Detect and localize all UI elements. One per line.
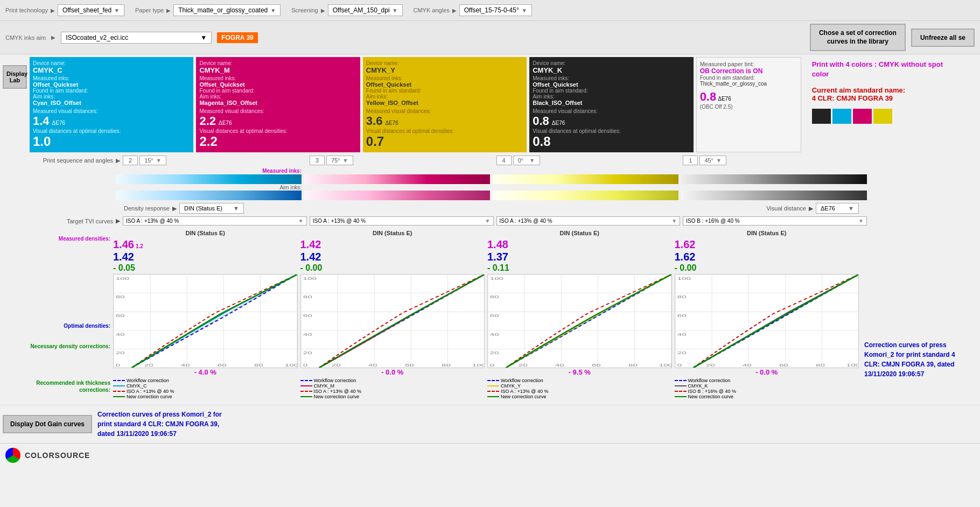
screening-arrow-icon: ▼	[393, 8, 398, 13]
black-chart-vals: 1.62 1.62 - 0.00	[675, 237, 859, 274]
right-info-panel: Print with 4 colors : CMYK without spotc…	[804, 57, 977, 152]
svg-text:20: 20	[303, 350, 312, 355]
colorsource-logo-icon	[5, 448, 20, 463]
cyan-strip-container: Measured inks: Aim inks:	[116, 168, 302, 200]
screening-item: Screening ▶ Offset_AM_150_dpi ▼	[291, 4, 402, 16]
seq-cyan-num[interactable]: 2	[123, 156, 138, 165]
paper-type-item: Paper type ▶ Thick_matte_or_glossy_coate…	[135, 4, 281, 16]
magenta-swatch	[853, 109, 872, 124]
black-swatch	[812, 109, 831, 124]
black-nec-corr: - 0.00	[675, 263, 859, 273]
cyan-ink-card: Device name: CMYK_C Measured inks: Offse…	[30, 57, 193, 152]
magenta-nec-corr: - 0.00	[300, 263, 485, 273]
paper-type-dropdown[interactable]: Thick_matte_or_glossy_coated ▼	[173, 4, 281, 16]
magenta-chart-title: DIN (Status E)	[300, 230, 485, 236]
svg-text:80: 80	[816, 363, 825, 368]
tvi-yellow[interactable]: ISO A : +13% @ 40 %▼	[496, 216, 681, 226]
svg-text:40: 40	[555, 363, 564, 368]
magenta-chart-svg: 100 80 60 40 20 0 20 40 60 80 100	[301, 274, 485, 368]
yellow-chart-svg: 100 80 60 40 20 0 20 40 60 80 100	[488, 274, 671, 368]
black-chart-svg: 100 80 60 40 20 0 20 40 60 80 100	[675, 274, 859, 368]
seq-yellow-angle[interactable]: 0°▼	[513, 156, 540, 165]
seq-black-angle[interactable]: 45°▼	[699, 156, 726, 165]
paper-title: Measured paper tint:	[700, 61, 797, 67]
svg-text:100: 100	[490, 276, 504, 281]
display-dot-gain-button[interactable]: Display Dot Gain curves	[3, 415, 92, 433]
seq-yellow-num[interactable]: 4	[496, 156, 512, 165]
svg-text:0: 0	[490, 363, 495, 368]
correction-curves-bottom-text: Correction curves of press Komori_2 for …	[97, 410, 222, 439]
display-lab-button[interactable]: DisplayLab	[3, 65, 27, 89]
svg-text:100: 100	[659, 363, 671, 368]
print-tech-arrow-icon: ▼	[114, 8, 120, 13]
left-sidebar: DisplayLab	[3, 57, 30, 402]
ink-strips: Measured inks: Aim inks: . . .	[116, 168, 977, 200]
cmyk-angles-label: CMYK angles	[414, 7, 450, 13]
magenta-aim-inks: Magenta_ISO_Offset	[199, 100, 356, 106]
screening-dropdown[interactable]: Offset_AM_150_dpi ▼	[328, 4, 403, 16]
density-response-control: Density response ▶ DIN (Status E) ▼	[124, 203, 244, 214]
magenta-measured-inks: Offset_Quickset	[199, 81, 356, 88]
tvi-magenta[interactable]: ISO A : +13% @ 40 %▼	[310, 216, 494, 226]
magenta-legend: Workflow correction CMYK_M ISO A : +13% …	[300, 378, 485, 399]
print-tech-dropdown[interactable]: Offset_sheet_fed ▼	[58, 4, 124, 16]
visual-distance-label: Visual distance	[766, 205, 806, 212]
cyan-chart-title: DIN (Status E)	[113, 230, 298, 236]
correction-curves-text: Correction curves of press Komori_2 for …	[864, 340, 972, 379]
svg-text:0: 0	[116, 363, 121, 368]
svg-text:80: 80	[442, 363, 451, 368]
optimal-densities-label: Optimal densities:	[30, 323, 110, 329]
tvi-black[interactable]: ISO B : +16% @ 40 %▼	[683, 216, 867, 226]
library-button[interactable]: Chose a set of correction curves in the …	[810, 24, 906, 51]
print-tech-item: Print technology ▶ Offset_sheet_fed ▼	[5, 4, 124, 16]
cmyk-angles-arrow-icon: ▼	[522, 8, 527, 13]
seq-magenta-num[interactable]: 3	[310, 156, 325, 165]
tvi-cyan[interactable]: ISO A : +13% @ 40 %▼	[123, 216, 307, 226]
svg-text:20: 20	[331, 363, 340, 368]
yellow-nec-corr: - 0.11	[487, 263, 672, 273]
svg-text:0: 0	[677, 363, 682, 368]
main-area: DisplayLab Device name: CMYK_C Measured …	[0, 54, 980, 405]
cmyk-aim-arrow-icon: ▼	[200, 34, 207, 41]
svg-text:80: 80	[628, 363, 638, 368]
black-strip-container: . .	[681, 168, 867, 200]
sequence-label: Print sequence and angles	[30, 157, 113, 164]
magenta-meas-density: 1.42	[300, 238, 485, 251]
yellow-chart: DIN (Status E) 1.48 1.37 - 0.11	[487, 230, 672, 399]
seq-cyan-angle[interactable]: 15°▼	[139, 156, 166, 165]
cyan-chart-vals: 1.46 1.2 1.42 - 0.05	[113, 237, 298, 274]
svg-text:80: 80	[116, 294, 125, 299]
yellow-chart-title: DIN (Status E)	[487, 230, 672, 236]
svg-text:20: 20	[490, 350, 499, 355]
yellow-chart-container: 100 80 60 40 20 0 20 40 60 80 100	[487, 274, 672, 368]
density-response-dropdown[interactable]: DIN (Status E) ▼	[179, 203, 244, 214]
ob-status: OB Correction is ON	[700, 67, 797, 75]
svg-text:40: 40	[368, 363, 377, 368]
black-chart: DIN (Status E) 1.62 1.62 - 0.00	[675, 230, 859, 399]
seq-magenta-angle[interactable]: 75°▼	[326, 156, 353, 165]
svg-text:100: 100	[846, 363, 858, 368]
black-legend: Workflow correction CMYK_K ISO B : +16% …	[675, 378, 859, 399]
black-aim-inks: Black_ISO_Offset	[533, 100, 690, 106]
paper-type-label: Paper type	[135, 7, 164, 13]
cyan-rec-pct: - 4.0 %	[113, 368, 298, 376]
svg-text:40: 40	[742, 363, 751, 368]
cyan-aim-inks: Cyan_ISO_Offset	[33, 100, 190, 106]
visual-distance-dropdown[interactable]: ΔE76 ▼	[816, 203, 859, 214]
cmyk-angles-dropdown[interactable]: Offset_15-75-0-45° ▼	[459, 4, 532, 16]
svg-text:80: 80	[490, 294, 499, 299]
cmyk-aim-dropdown[interactable]: ISOcoated_v2_eci.icc ▼	[61, 32, 212, 44]
print-tech-label: Print technology	[5, 7, 48, 13]
svg-text:100: 100	[116, 276, 130, 281]
unfreeze-button[interactable]: Unfreeze all se	[911, 29, 975, 47]
svg-text:60: 60	[490, 313, 499, 318]
paper-val: 0.8	[700, 90, 717, 104]
bottom-section: Display Dot Gain curves Correction curve…	[0, 405, 980, 443]
seq-black-num[interactable]: 1	[683, 156, 698, 165]
svg-text:100: 100	[303, 276, 317, 281]
svg-text:40: 40	[490, 332, 499, 337]
svg-text:60: 60	[404, 363, 414, 368]
visual-distance-control: Visual distance ▶ ΔE76 ▼	[766, 203, 859, 214]
screening-label: Screening	[291, 7, 318, 13]
seq-yellow: 4 0°▼	[496, 156, 681, 165]
